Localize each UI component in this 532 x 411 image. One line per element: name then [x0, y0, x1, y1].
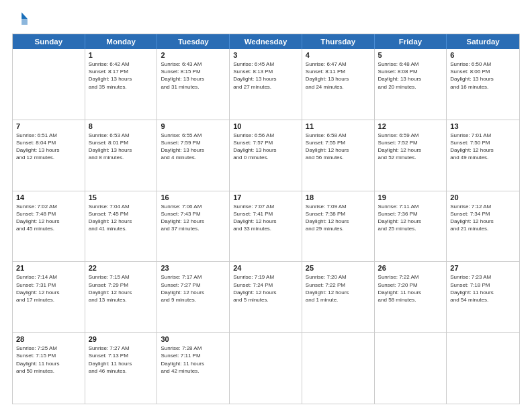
cell-info: Sunrise: 7:02 AM Sunset: 7:48 PM Dayligh…	[16, 203, 81, 233]
header-day-wednesday: Wednesday	[230, 34, 302, 49]
cal-cell: 23Sunrise: 7:17 AM Sunset: 7:27 PM Dayli…	[157, 262, 230, 332]
cal-cell: 24Sunrise: 7:19 AM Sunset: 7:24 PM Dayli…	[230, 262, 302, 332]
week-row-1: 1Sunrise: 6:42 AM Sunset: 8:17 PM Daylig…	[13, 49, 519, 120]
cal-cell: 12Sunrise: 6:59 AM Sunset: 7:52 PM Dayli…	[375, 120, 447, 191]
cal-cell: 10Sunrise: 6:56 AM Sunset: 7:57 PM Dayli…	[230, 120, 302, 191]
cell-info: Sunrise: 7:28 AM Sunset: 7:11 PM Dayligh…	[161, 345, 226, 375]
day-number: 20	[450, 193, 516, 201]
cal-cell: 19Sunrise: 7:11 AM Sunset: 7:36 PM Dayli…	[375, 191, 447, 262]
cal-cell: 17Sunrise: 7:07 AM Sunset: 7:41 PM Dayli…	[230, 191, 302, 262]
day-number: 19	[378, 193, 443, 201]
cal-cell: 27Sunrise: 7:23 AM Sunset: 7:18 PM Dayli…	[447, 262, 519, 332]
page: SundayMondayTuesdayWednesdayThursdayFrid…	[0, 0, 532, 411]
cell-info: Sunrise: 7:14 AM Sunset: 7:31 PM Dayligh…	[16, 273, 81, 304]
day-number: 21	[16, 264, 81, 272]
cal-cell: 20Sunrise: 7:12 AM Sunset: 7:34 PM Dayli…	[447, 191, 519, 262]
cal-cell: 26Sunrise: 7:22 AM Sunset: 7:20 PM Dayli…	[375, 262, 447, 332]
cell-info: Sunrise: 6:59 AM Sunset: 7:52 PM Dayligh…	[378, 132, 443, 162]
cal-cell: 11Sunrise: 6:58 AM Sunset: 7:55 PM Dayli…	[302, 120, 375, 191]
cal-cell: 29Sunrise: 7:27 AM Sunset: 7:13 PM Dayli…	[85, 333, 158, 404]
cell-info: Sunrise: 6:48 AM Sunset: 8:08 PM Dayligh…	[378, 60, 443, 91]
cell-info: Sunrise: 7:20 AM Sunset: 7:22 PM Dayligh…	[306, 273, 371, 304]
cell-info: Sunrise: 6:43 AM Sunset: 8:15 PM Dayligh…	[161, 60, 226, 91]
day-number: 9	[161, 122, 226, 130]
logo	[12, 11, 30, 28]
svg-marker-0	[21, 12, 28, 19]
day-number: 27	[450, 264, 516, 272]
cell-info: Sunrise: 7:06 AM Sunset: 7:43 PM Dayligh…	[161, 203, 226, 233]
cal-cell: 14Sunrise: 7:02 AM Sunset: 7:48 PM Dayli…	[13, 191, 85, 262]
day-number: 16	[161, 193, 226, 201]
day-number: 18	[306, 193, 371, 201]
cal-cell	[13, 49, 85, 120]
day-number: 15	[89, 193, 154, 201]
day-number: 25	[306, 264, 371, 272]
cal-cell	[230, 333, 302, 404]
cal-cell: 7Sunrise: 6:51 AM Sunset: 8:04 PM Daylig…	[13, 120, 85, 191]
day-number: 7	[16, 122, 81, 130]
cell-info: Sunrise: 7:22 AM Sunset: 7:20 PM Dayligh…	[378, 273, 443, 304]
cell-info: Sunrise: 7:19 AM Sunset: 7:24 PM Dayligh…	[233, 273, 298, 304]
cell-info: Sunrise: 7:17 AM Sunset: 7:27 PM Dayligh…	[161, 273, 226, 304]
cal-cell: 16Sunrise: 7:06 AM Sunset: 7:43 PM Dayli…	[157, 191, 230, 262]
cal-cell: 18Sunrise: 7:09 AM Sunset: 7:38 PM Dayli…	[302, 191, 375, 262]
header-day-saturday: Saturday	[447, 34, 519, 49]
cell-info: Sunrise: 7:07 AM Sunset: 7:41 PM Dayligh…	[233, 203, 298, 233]
cell-info: Sunrise: 7:04 AM Sunset: 7:45 PM Dayligh…	[89, 203, 154, 233]
day-number: 23	[161, 264, 226, 272]
header-day-thursday: Thursday	[302, 34, 375, 49]
cal-cell: 3Sunrise: 6:45 AM Sunset: 8:13 PM Daylig…	[230, 49, 302, 120]
cal-cell: 30Sunrise: 7:28 AM Sunset: 7:11 PM Dayli…	[157, 333, 230, 404]
calendar: SundayMondayTuesdayWednesdayThursdayFrid…	[12, 34, 520, 404]
day-number: 14	[16, 193, 81, 201]
cal-cell: 13Sunrise: 7:01 AM Sunset: 7:50 PM Dayli…	[447, 120, 519, 191]
week-row-2: 7Sunrise: 6:51 AM Sunset: 8:04 PM Daylig…	[13, 120, 519, 191]
day-number: 12	[378, 122, 443, 130]
header-day-monday: Monday	[85, 34, 158, 49]
header-day-friday: Friday	[375, 34, 447, 49]
day-number: 22	[89, 264, 154, 272]
day-number: 29	[89, 335, 154, 343]
cell-info: Sunrise: 6:58 AM Sunset: 7:55 PM Dayligh…	[306, 132, 371, 162]
cal-cell: 28Sunrise: 7:25 AM Sunset: 7:15 PM Dayli…	[13, 333, 85, 404]
cal-cell: 22Sunrise: 7:15 AM Sunset: 7:29 PM Dayli…	[85, 262, 158, 332]
cal-cell: 2Sunrise: 6:43 AM Sunset: 8:15 PM Daylig…	[157, 49, 230, 120]
week-row-3: 14Sunrise: 7:02 AM Sunset: 7:48 PM Dayli…	[13, 191, 519, 263]
cell-info: Sunrise: 6:55 AM Sunset: 7:59 PM Dayligh…	[161, 132, 226, 162]
header	[12, 11, 520, 28]
cell-info: Sunrise: 6:45 AM Sunset: 8:13 PM Dayligh…	[233, 60, 298, 91]
cell-info: Sunrise: 7:11 AM Sunset: 7:36 PM Dayligh…	[378, 203, 443, 233]
cal-cell: 15Sunrise: 7:04 AM Sunset: 7:45 PM Dayli…	[85, 191, 158, 262]
day-number: 1	[89, 51, 154, 59]
day-number: 6	[450, 51, 516, 59]
cell-info: Sunrise: 6:51 AM Sunset: 8:04 PM Dayligh…	[16, 132, 81, 162]
header-day-sunday: Sunday	[13, 34, 85, 49]
day-number: 13	[450, 122, 516, 130]
header-day-tuesday: Tuesday	[157, 34, 230, 49]
cal-cell: 9Sunrise: 6:55 AM Sunset: 7:59 PM Daylig…	[157, 120, 230, 191]
week-row-5: 28Sunrise: 7:25 AM Sunset: 7:15 PM Dayli…	[13, 333, 519, 404]
calendar-header: SundayMondayTuesdayWednesdayThursdayFrid…	[13, 34, 519, 49]
cell-info: Sunrise: 7:09 AM Sunset: 7:38 PM Dayligh…	[306, 203, 371, 233]
cell-info: Sunrise: 7:12 AM Sunset: 7:34 PM Dayligh…	[450, 203, 516, 233]
day-number: 28	[16, 335, 81, 343]
cell-info: Sunrise: 7:27 AM Sunset: 7:13 PM Dayligh…	[89, 345, 154, 375]
cal-cell	[302, 333, 375, 404]
cal-cell: 25Sunrise: 7:20 AM Sunset: 7:22 PM Dayli…	[302, 262, 375, 332]
day-number: 3	[233, 51, 298, 59]
day-number: 30	[161, 335, 226, 343]
cell-info: Sunrise: 7:23 AM Sunset: 7:18 PM Dayligh…	[450, 273, 516, 304]
cell-info: Sunrise: 7:15 AM Sunset: 7:29 PM Dayligh…	[89, 273, 154, 304]
cal-cell: 4Sunrise: 6:47 AM Sunset: 8:11 PM Daylig…	[302, 49, 375, 120]
cal-cell	[375, 333, 447, 404]
cal-cell: 1Sunrise: 6:42 AM Sunset: 8:17 PM Daylig…	[85, 49, 158, 120]
cell-info: Sunrise: 7:01 AM Sunset: 7:50 PM Dayligh…	[450, 132, 516, 162]
day-number: 10	[233, 122, 298, 130]
calendar-body: 1Sunrise: 6:42 AM Sunset: 8:17 PM Daylig…	[13, 49, 519, 404]
cell-info: Sunrise: 6:42 AM Sunset: 8:17 PM Dayligh…	[89, 60, 154, 91]
cell-info: Sunrise: 6:53 AM Sunset: 8:01 PM Dayligh…	[89, 132, 154, 162]
day-number: 5	[378, 51, 443, 59]
cell-info: Sunrise: 6:56 AM Sunset: 7:57 PM Dayligh…	[233, 132, 298, 162]
cal-cell: 6Sunrise: 6:50 AM Sunset: 8:06 PM Daylig…	[447, 49, 519, 120]
cell-info: Sunrise: 7:25 AM Sunset: 7:15 PM Dayligh…	[16, 345, 81, 375]
